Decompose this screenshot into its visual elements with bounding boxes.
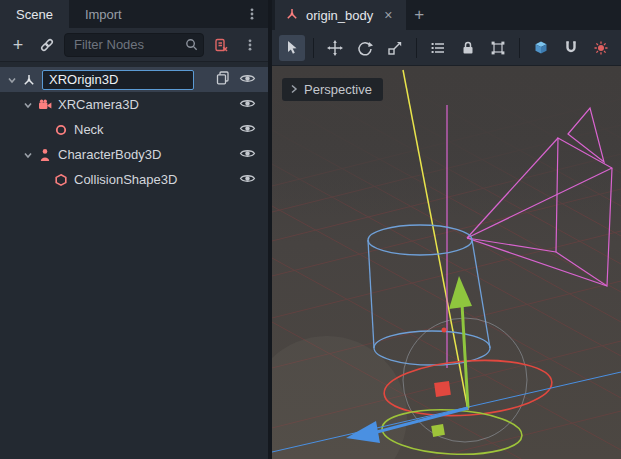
lock-icon[interactable]	[455, 35, 481, 61]
node-label: CollisionShape3D	[74, 172, 177, 187]
red-marker-dot	[442, 328, 447, 333]
tree-row-neck[interactable]: Neck	[0, 117, 268, 142]
expand-chevron-icon[interactable]	[4, 74, 20, 86]
node-label: XRCamera3D	[58, 97, 139, 112]
neck-node-icon	[52, 123, 70, 137]
scene-tab-bar: origin_body × +	[272, 0, 621, 30]
red-handle-square[interactable]	[434, 381, 451, 397]
expand-chevron-icon[interactable]	[20, 99, 36, 111]
environment-cube-icon[interactable]	[528, 35, 554, 61]
group-icon[interactable]	[485, 35, 511, 61]
instantiate-scene-link-icon[interactable]	[35, 33, 59, 57]
toolbar-menu-dots-icon[interactable]	[238, 33, 262, 57]
tree-row-xrcamera3d[interactable]: XRCamera3D	[0, 92, 268, 117]
node-label: Neck	[74, 122, 104, 137]
instance-icon[interactable]	[215, 70, 231, 89]
search-icon	[184, 37, 199, 55]
expand-chevron-icon[interactable]	[20, 149, 36, 161]
visibility-eye-icon[interactable]	[239, 145, 256, 165]
filter-nodes-input[interactable]	[64, 33, 204, 57]
visibility-eye-icon[interactable]	[239, 120, 256, 140]
scale-tool-icon[interactable]	[382, 35, 408, 61]
visibility-eye-icon[interactable]	[239, 170, 256, 190]
collisionshape3d-node-icon	[52, 173, 70, 187]
attach-script-icon[interactable]	[209, 33, 233, 57]
dock-tab-bar: Scene Import	[0, 0, 268, 28]
scene-dock-toolbar: +	[0, 28, 268, 62]
main-editor-area: origin_body × +	[268, 0, 621, 459]
toolbar-separator	[313, 38, 314, 58]
tab-scene-label: Scene	[16, 7, 53, 22]
scene-root-icon	[285, 7, 299, 24]
scene-tree: XROrigin3D	[0, 62, 268, 459]
tree-row-xrorigin3d[interactable]: XROrigin3D	[0, 67, 268, 92]
add-node-button[interactable]: +	[6, 33, 30, 57]
characterbody3d-node-icon	[36, 148, 54, 162]
3d-viewport[interactable]: Perspective	[272, 66, 621, 459]
toolbar-separator	[519, 38, 520, 58]
godot-editor: Scene Import +	[0, 0, 621, 459]
scene-tab-origin-body[interactable]: origin_body ×	[275, 0, 406, 30]
toolbar-separator	[416, 38, 417, 58]
dock-menu-dots-icon[interactable]	[244, 6, 260, 22]
node-rename-field[interactable]: XROrigin3D	[42, 70, 194, 90]
perspective-label: Perspective	[304, 82, 372, 97]
perspective-menu-icon	[290, 82, 298, 97]
scene-tab-label: origin_body	[306, 8, 373, 23]
move-tool-icon[interactable]	[322, 35, 348, 61]
camera3d-node-icon	[36, 98, 54, 112]
visibility-eye-icon[interactable]	[239, 70, 256, 90]
snap-magnet-icon[interactable]	[558, 35, 584, 61]
viewport-canvas	[272, 66, 621, 459]
filter-nodes-field[interactable]	[64, 33, 204, 57]
select-tool-icon[interactable]	[279, 35, 305, 61]
close-tab-icon[interactable]: ×	[380, 7, 396, 23]
rotate-tool-icon[interactable]	[352, 35, 378, 61]
xrorigin3d-node-icon	[20, 73, 38, 87]
tree-row-characterbody3d[interactable]: CharacterBody3D	[0, 142, 268, 167]
scene-dock: Scene Import +	[0, 0, 268, 459]
visibility-eye-icon[interactable]	[239, 95, 256, 115]
new-scene-tab-button[interactable]: +	[406, 0, 432, 30]
tab-import-label: Import	[85, 7, 122, 22]
green-handle-square[interactable]	[431, 424, 445, 437]
tab-scene[interactable]: Scene	[0, 0, 69, 28]
node-label: CharacterBody3D	[58, 147, 161, 162]
selection-list-icon[interactable]	[425, 35, 451, 61]
viewport-toolbar	[272, 30, 621, 66]
tab-import[interactable]: Import	[69, 0, 138, 28]
preview-sun-icon[interactable]	[588, 35, 614, 61]
perspective-button[interactable]: Perspective	[282, 78, 383, 101]
tree-row-collisionshape3d[interactable]: CollisionShape3D	[0, 167, 268, 192]
